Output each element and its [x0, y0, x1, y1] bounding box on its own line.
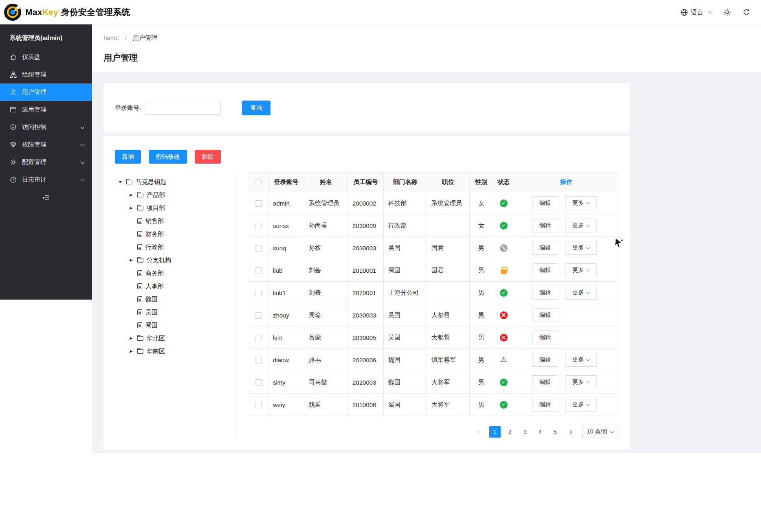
tree-node[interactable]: 项目部	[103, 201, 235, 215]
cell-login-account: liub1	[268, 282, 304, 304]
expander-icon[interactable]	[130, 349, 137, 353]
cell-login-account: admin	[268, 192, 304, 215]
language-menu[interactable]: 语言	[680, 9, 712, 16]
row-checkbox[interactable]	[255, 335, 262, 341]
tree-node[interactable]: 分支机构	[103, 254, 235, 267]
sidebar-item-dashboard[interactable]: 仪表盘	[0, 48, 92, 66]
table-row: liub1 刘表 2070001 上海分公司 男 编辑 更多	[248, 282, 618, 304]
sidebar-item-permissions[interactable]: 权限管理	[0, 136, 92, 153]
edit-button[interactable]: 编辑	[532, 286, 558, 300]
page-button-2[interactable]: 2	[504, 426, 516, 438]
tree-node[interactable]: 财务部	[103, 228, 235, 241]
edit-button[interactable]: 编辑	[532, 263, 558, 277]
expander-icon[interactable]	[130, 206, 137, 210]
chevron-down-icon	[586, 245, 590, 250]
file-icon	[137, 309, 142, 315]
cell-department: 科技部	[384, 192, 427, 215]
select-all-checkbox[interactable]	[255, 180, 262, 186]
more-button[interactable]: 更多	[565, 219, 597, 232]
edit-button[interactable]: 编辑	[532, 331, 558, 344]
footer-area	[92, 453, 761, 532]
edit-button[interactable]: 编辑	[532, 353, 558, 367]
login-account-input[interactable]	[145, 101, 221, 115]
row-checkbox[interactable]	[255, 245, 262, 252]
tree-node[interactable]: 华北区	[103, 332, 235, 345]
expander-icon[interactable]	[119, 180, 126, 184]
delete-button[interactable]: 删除	[195, 150, 221, 164]
brand: MaxKey身份安全管理系统	[4, 4, 130, 21]
more-button[interactable]: 更多	[565, 286, 597, 300]
tree-node[interactable]: 销售部	[103, 215, 235, 228]
expander-icon[interactable]	[130, 336, 137, 340]
add-button[interactable]: 新增	[115, 150, 141, 164]
tree-node[interactable]: 行政部	[103, 241, 235, 254]
file-icon	[137, 270, 142, 276]
chevron-left-icon	[478, 430, 482, 434]
row-checkbox[interactable]	[255, 402, 262, 408]
cell-gender: 男	[470, 259, 493, 282]
breadcrumb-home[interactable]: home	[103, 34, 119, 41]
page-size-select[interactable]: 10 条/页	[582, 426, 618, 438]
cell-position: 国君	[427, 237, 470, 259]
more-button[interactable]: 更多	[565, 241, 597, 255]
chevron-down-icon	[81, 160, 85, 164]
expander-icon[interactable]	[130, 193, 137, 197]
refresh-icon[interactable]	[743, 9, 750, 16]
edit-button[interactable]: 编辑	[532, 398, 558, 412]
more-button[interactable]: 更多	[565, 398, 597, 412]
col-header-account: 登录账号	[268, 173, 304, 192]
page-button-5[interactable]: 5	[550, 426, 561, 438]
tree-node[interactable]: 吴国	[103, 306, 235, 319]
sidebar-item-audit[interactable]: 日志审计	[0, 171, 92, 188]
sidebar-item-organization[interactable]: 组织管理	[0, 66, 92, 83]
expander-icon[interactable]	[130, 258, 137, 262]
cell-department: 上海分公司	[384, 282, 427, 304]
more-button[interactable]: 更多	[565, 375, 597, 389]
tree-node[interactable]: 产品部	[103, 188, 235, 201]
row-checkbox[interactable]	[255, 379, 262, 386]
edit-button[interactable]: 编辑	[532, 375, 558, 389]
more-button[interactable]: 更多	[565, 263, 597, 277]
more-button[interactable]: 更多	[565, 196, 597, 210]
settings-gear-icon[interactable]	[723, 8, 731, 16]
row-checkbox[interactable]	[255, 312, 262, 319]
sidebar-item-applications[interactable]: 应用管理	[0, 101, 92, 118]
search-button[interactable]: 查询	[242, 101, 271, 115]
blocked-circle-icon	[500, 244, 508, 252]
cell-gender: 男	[470, 237, 493, 259]
row-checkbox[interactable]	[255, 223, 262, 229]
row-checkbox[interactable]	[255, 357, 262, 363]
sidebar-item-configuration[interactable]: 配置管理	[0, 153, 92, 171]
page-button-4[interactable]: 4	[534, 426, 546, 438]
tree-node[interactable]: 人事部	[103, 280, 235, 293]
row-checkbox[interactable]	[255, 290, 262, 296]
edit-button[interactable]: 编辑	[532, 308, 558, 322]
tree-node[interactable]: 商务部	[103, 267, 235, 280]
sidebar-item-users[interactable]: 用户管理	[0, 83, 92, 101]
more-button[interactable]: 更多	[565, 353, 597, 367]
edit-button[interactable]: 编辑	[532, 219, 558, 232]
cell-login-account: simy	[268, 371, 304, 394]
page-button-1[interactable]: 1	[489, 426, 501, 438]
row-checkbox[interactable]	[255, 267, 262, 274]
next-page-button[interactable]	[565, 426, 576, 438]
cell-name: 刘备	[304, 259, 348, 282]
menu-collapse-button[interactable]	[0, 189, 92, 208]
cell-name: 刘表	[304, 282, 348, 304]
page-button-3[interactable]: 3	[519, 426, 531, 438]
change-password-button[interactable]: 密码修改	[149, 150, 187, 164]
row-checkbox[interactable]	[255, 200, 262, 207]
cell-position: 国君	[427, 259, 470, 282]
users-table: 登录账号 姓名 员工编号 部门名称 职位 性别 状态 操作	[248, 172, 618, 416]
tree-node[interactable]: 蜀国	[103, 319, 235, 332]
sidebar-item-access-control[interactable]: 访问控制	[0, 118, 92, 136]
user-management-panel: 新增 密码修改 删除 马克思钥匙 产品部 项目部 销售部 财务部 行政部 分支机…	[103, 136, 630, 449]
tree-node[interactable]: 魏国	[103, 293, 235, 306]
prev-page-button[interactable]	[474, 426, 486, 438]
chevron-down-icon	[586, 357, 590, 361]
edit-button[interactable]: 编辑	[532, 196, 558, 210]
page-title: 用户管理	[103, 52, 750, 63]
tree-node[interactable]: 华南区	[103, 345, 235, 358]
tree-node-root[interactable]: 马克思钥匙	[103, 175, 235, 188]
edit-button[interactable]: 编辑	[532, 241, 558, 255]
